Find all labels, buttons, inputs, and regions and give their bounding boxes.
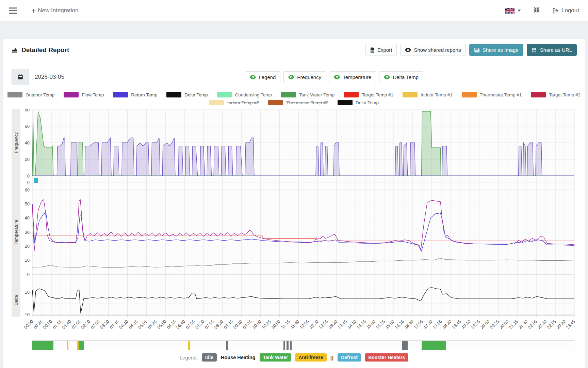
legend-swatch — [344, 92, 359, 97]
svg-text:04:35: 04:35 — [128, 319, 139, 330]
legend-item-delta-temp[interactable]: Delta Temp — [338, 100, 379, 105]
eye-icon — [405, 48, 411, 52]
new-integration-label: New Integration — [38, 7, 78, 14]
date-picker[interactable] — [12, 69, 149, 85]
legend-item-target-temp-1[interactable]: Target Temp #1 — [344, 92, 393, 97]
svg-text:11:15: 11:15 — [280, 319, 291, 329]
legend-item-target-temp-2[interactable]: Target Temp #2 — [531, 92, 581, 97]
mode-segment — [188, 341, 190, 350]
legend-label: Return Temp — [131, 92, 157, 97]
legend-swatch — [64, 92, 79, 97]
legend-item-thermostat-temp-1[interactable]: Thermostat Temp #1 — [462, 92, 522, 97]
svg-text:10:00: 10:00 — [251, 319, 262, 330]
legend-item-flow-temp[interactable]: Flow Temp — [64, 92, 104, 97]
mode-badge-booster-heaters: Booster Heaters — [365, 353, 408, 362]
share-url-label: Share as URL — [540, 47, 572, 53]
toggle-frequency[interactable]: Frequency — [283, 71, 326, 83]
legend-item-delta-temp[interactable]: Delta Temp — [166, 92, 208, 97]
legend-item-tank-water-temp[interactable]: Tank Water Temp — [281, 92, 334, 97]
svg-text:14:35: 14:35 — [356, 319, 367, 330]
legend-swatch — [166, 92, 181, 97]
legend-item-return-temp[interactable]: Return Temp — [113, 92, 157, 97]
svg-text:21:15: 21:15 — [508, 319, 519, 330]
svg-text:60: 60 — [25, 124, 30, 129]
svg-text:08:20: 08:20 — [213, 319, 224, 330]
legend-label: Target Temp #2 — [549, 92, 581, 97]
svg-text:13:45: 13:45 — [337, 319, 348, 330]
page-title: Detailed Report — [11, 46, 69, 54]
svg-text:22:30: 22:30 — [537, 319, 548, 330]
new-integration-button[interactable]: + New Integration — [31, 7, 78, 14]
compress-icon — [533, 6, 540, 13]
card-header: Detailed Report CSV Export Show shared r… — [3, 39, 585, 61]
svg-text:01:40: 01:40 — [61, 319, 72, 330]
language-selector[interactable] — [505, 8, 521, 14]
svg-text:18:20: 18:20 — [442, 319, 453, 330]
svg-text:03:45: 03:45 — [109, 319, 120, 330]
svg-text:15:00: 15:00 — [365, 319, 376, 330]
svg-text:14:10: 14:10 — [346, 319, 357, 330]
legend-label: Tank Water Temp — [299, 92, 334, 97]
legend-item-outdoor-temp[interactable]: Outdoor Temp — [7, 92, 54, 97]
mode-segment — [290, 341, 292, 350]
svg-text:20:00: 20:00 — [480, 319, 491, 330]
calendar-icon — [18, 74, 23, 80]
svg-text:07:55: 07:55 — [204, 319, 215, 330]
svg-text:40: 40 — [25, 140, 30, 145]
svg-text:12:55: 12:55 — [318, 319, 329, 330]
svg-text:12:05: 12:05 — [299, 319, 310, 330]
toggle-legend[interactable]: Legend — [245, 71, 280, 83]
legend-item-indoor-temp-2[interactable]: Indoor Temp #2 — [209, 100, 259, 105]
logout-button[interactable]: Logout — [552, 7, 579, 14]
charts-svg: 00:0000:2500:5001:1501:4002:0502:3002:55… — [12, 109, 577, 339]
svg-text:60: 60 — [25, 187, 30, 193]
legend-swatch — [281, 92, 296, 97]
plus-icon: + — [31, 7, 35, 14]
legend-item-indoor-temp-1[interactable]: Indoor Temp #1 — [403, 92, 453, 97]
show-shared-reports-button[interactable]: Show shared reports — [400, 44, 466, 56]
svg-text:05:01: 05:01 — [137, 319, 148, 330]
svg-text:80: 80 — [25, 109, 30, 112]
legend-label: Outdoor Temp — [26, 92, 54, 97]
mode-segment — [32, 341, 53, 350]
toggle-label: Legend — [259, 74, 276, 80]
show-shared-label: Show shared reports — [414, 47, 461, 53]
export-label: Export — [377, 47, 392, 53]
svg-text:30: 30 — [25, 230, 30, 235]
eye-icon — [334, 75, 340, 79]
svg-text:02:30: 02:30 — [80, 319, 91, 330]
svg-text:23:20: 23:20 — [556, 319, 567, 330]
uk-flag-icon — [505, 8, 514, 14]
svg-text:00:00: 00:00 — [23, 319, 34, 330]
export-button[interactable]: CSV Export — [365, 44, 397, 56]
mode-legend: Legend: IdleHouse HeatingTank WaterAnti-… — [12, 353, 576, 362]
toggle-label: Frequency — [297, 74, 321, 80]
toggle-delta-temp[interactable]: Delta Temp — [379, 71, 423, 83]
legend-label: Condensing Temp — [235, 92, 272, 97]
legend-swatch — [113, 92, 128, 97]
share-as-url-button[interactable]: Share as URL — [527, 44, 577, 56]
mode-segment — [283, 341, 285, 350]
share-as-image-button[interactable]: Share as Image — [469, 44, 523, 56]
csv-file-icon: CSV — [370, 47, 375, 53]
legend-label: Target Temp #1 — [362, 92, 393, 97]
menu-icon[interactable] — [9, 7, 17, 14]
legend-row: Indoor Temp #2Thermostat Temp #2Delta Te… — [12, 100, 576, 105]
toggle-label: Temperature — [343, 74, 371, 80]
legend-item-condensing-temp[interactable]: Condensing Temp — [217, 92, 272, 97]
chevron-down-icon — [518, 10, 521, 12]
toggle-temperature[interactable]: Temperature — [329, 71, 376, 83]
svg-text:23:45: 23:45 — [565, 319, 576, 330]
svg-text:15:25: 15:25 — [375, 319, 386, 330]
calendar-icon-box — [12, 69, 29, 85]
exit-fullscreen-button[interactable] — [533, 6, 540, 15]
toggle-label: Delta Temp — [393, 74, 419, 80]
legend-swatch — [268, 100, 283, 105]
legend-swatch — [531, 92, 546, 97]
svg-text:15:50: 15:50 — [385, 319, 395, 330]
legend-item-thermostat-temp-2[interactable]: Thermostat Temp #2 — [268, 100, 328, 105]
legend-swatch — [217, 92, 232, 97]
svg-text:40: 40 — [25, 215, 30, 220]
sign-out-icon — [552, 8, 559, 14]
date-input[interactable] — [29, 69, 149, 85]
